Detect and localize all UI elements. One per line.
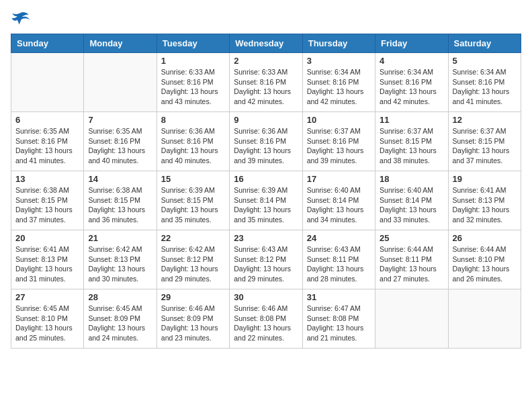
calendar-cell (375, 289, 448, 349)
day-number: 15 (161, 174, 225, 184)
calendar-cell: 17Sunrise: 6:40 AM Sunset: 8:14 PM Dayli… (302, 171, 375, 230)
day-number: 22 (161, 233, 225, 243)
calendar-cell: 6Sunrise: 6:35 AM Sunset: 8:16 PM Daylig… (11, 112, 84, 171)
day-number: 25 (380, 233, 443, 243)
day-info: Sunrise: 6:42 AM Sunset: 8:12 PM Dayligh… (161, 244, 225, 284)
logo (11, 11, 32, 27)
calendar-cell: 16Sunrise: 6:39 AM Sunset: 8:14 PM Dayli… (230, 171, 302, 230)
calendar-cell: 9Sunrise: 6:36 AM Sunset: 8:16 PM Daylig… (230, 112, 302, 171)
day-info: Sunrise: 6:41 AM Sunset: 8:13 PM Dayligh… (15, 244, 79, 284)
day-info: Sunrise: 6:38 AM Sunset: 8:15 PM Dayligh… (15, 185, 79, 225)
calendar-cell (11, 53, 84, 112)
day-info: Sunrise: 6:47 AM Sunset: 8:08 PM Dayligh… (307, 304, 371, 343)
day-info: Sunrise: 6:35 AM Sunset: 8:16 PM Dayligh… (15, 126, 79, 166)
day-number: 28 (88, 292, 152, 302)
calendar-cell: 20Sunrise: 6:41 AM Sunset: 8:13 PM Dayli… (11, 230, 84, 289)
calendar-week-row: 6Sunrise: 6:35 AM Sunset: 8:16 PM Daylig… (11, 112, 521, 171)
day-number: 31 (307, 292, 371, 302)
day-info: Sunrise: 6:46 AM Sunset: 8:08 PM Dayligh… (234, 304, 298, 343)
day-number: 17 (307, 174, 371, 184)
day-info: Sunrise: 6:44 AM Sunset: 8:11 PM Dayligh… (380, 244, 443, 284)
day-number: 14 (88, 174, 152, 184)
day-info: Sunrise: 6:34 AM Sunset: 8:16 PM Dayligh… (453, 67, 517, 107)
day-info: Sunrise: 6:43 AM Sunset: 8:12 PM Dayligh… (234, 244, 298, 284)
calendar-cell (84, 53, 157, 112)
calendar-cell: 4Sunrise: 6:34 AM Sunset: 8:16 PM Daylig… (375, 53, 448, 112)
day-info: Sunrise: 6:34 AM Sunset: 8:16 PM Dayligh… (380, 67, 443, 107)
calendar-week-row: 13Sunrise: 6:38 AM Sunset: 8:15 PM Dayli… (11, 171, 521, 230)
day-number: 24 (307, 233, 371, 243)
day-number: 19 (453, 174, 517, 184)
calendar-header-row: SundayMondayTuesdayWednesdayThursdayFrid… (11, 34, 521, 53)
calendar-cell: 11Sunrise: 6:37 AM Sunset: 8:15 PM Dayli… (375, 112, 448, 171)
calendar-cell: 14Sunrise: 6:38 AM Sunset: 8:15 PM Dayli… (84, 171, 157, 230)
calendar-cell: 22Sunrise: 6:42 AM Sunset: 8:12 PM Dayli… (157, 230, 229, 289)
day-number: 8 (161, 115, 225, 125)
calendar-cell: 8Sunrise: 6:36 AM Sunset: 8:16 PM Daylig… (157, 112, 229, 171)
day-info: Sunrise: 6:36 AM Sunset: 8:16 PM Dayligh… (161, 126, 225, 166)
day-number: 20 (15, 233, 79, 243)
day-info: Sunrise: 6:45 AM Sunset: 8:10 PM Dayligh… (15, 304, 79, 343)
day-number: 27 (15, 292, 79, 302)
day-info: Sunrise: 6:43 AM Sunset: 8:11 PM Dayligh… (307, 244, 371, 284)
day-number: 4 (380, 56, 443, 66)
calendar-table: SundayMondayTuesdayWednesdayThursdayFrid… (11, 34, 521, 349)
calendar-cell: 24Sunrise: 6:43 AM Sunset: 8:11 PM Dayli… (302, 230, 375, 289)
calendar-cell: 1Sunrise: 6:33 AM Sunset: 8:16 PM Daylig… (157, 53, 229, 112)
day-number: 21 (88, 233, 152, 243)
calendar-cell: 19Sunrise: 6:41 AM Sunset: 8:13 PM Dayli… (448, 171, 521, 230)
day-of-week-header: Friday (375, 34, 448, 53)
page-header (11, 11, 521, 27)
day-info: Sunrise: 6:40 AM Sunset: 8:14 PM Dayligh… (307, 185, 371, 225)
day-number: 2 (234, 56, 298, 66)
day-info: Sunrise: 6:36 AM Sunset: 8:16 PM Dayligh… (234, 126, 298, 166)
day-number: 10 (307, 115, 371, 125)
day-of-week-header: Monday (84, 34, 157, 53)
calendar-cell: 13Sunrise: 6:38 AM Sunset: 8:15 PM Dayli… (11, 171, 84, 230)
day-number: 3 (307, 56, 371, 66)
day-info: Sunrise: 6:46 AM Sunset: 8:09 PM Dayligh… (161, 304, 225, 343)
day-number: 7 (88, 115, 152, 125)
day-info: Sunrise: 6:34 AM Sunset: 8:16 PM Dayligh… (307, 67, 371, 107)
day-of-week-header: Wednesday (230, 34, 302, 53)
calendar-cell: 28Sunrise: 6:45 AM Sunset: 8:09 PM Dayli… (84, 289, 157, 349)
day-of-week-header: Tuesday (157, 34, 229, 53)
day-info: Sunrise: 6:39 AM Sunset: 8:14 PM Dayligh… (234, 185, 298, 225)
day-number: 9 (234, 115, 298, 125)
calendar-cell: 31Sunrise: 6:47 AM Sunset: 8:08 PM Dayli… (302, 289, 375, 349)
day-number: 30 (234, 292, 298, 302)
calendar-cell: 21Sunrise: 6:42 AM Sunset: 8:13 PM Dayli… (84, 230, 157, 289)
calendar-week-row: 1Sunrise: 6:33 AM Sunset: 8:16 PM Daylig… (11, 53, 521, 112)
day-info: Sunrise: 6:37 AM Sunset: 8:16 PM Dayligh… (307, 126, 371, 166)
day-number: 16 (234, 174, 298, 184)
calendar-cell: 18Sunrise: 6:40 AM Sunset: 8:14 PM Dayli… (375, 171, 448, 230)
day-info: Sunrise: 6:38 AM Sunset: 8:15 PM Dayligh… (88, 185, 152, 225)
calendar-week-row: 20Sunrise: 6:41 AM Sunset: 8:13 PM Dayli… (11, 230, 521, 289)
day-number: 11 (380, 115, 443, 125)
day-info: Sunrise: 6:41 AM Sunset: 8:13 PM Dayligh… (453, 185, 517, 225)
calendar-cell: 7Sunrise: 6:35 AM Sunset: 8:16 PM Daylig… (84, 112, 157, 171)
day-info: Sunrise: 6:33 AM Sunset: 8:16 PM Dayligh… (161, 67, 225, 107)
day-number: 5 (453, 56, 517, 66)
logo-bird-icon (11, 11, 30, 27)
day-info: Sunrise: 6:35 AM Sunset: 8:16 PM Dayligh… (88, 126, 152, 166)
calendar-cell: 10Sunrise: 6:37 AM Sunset: 8:16 PM Dayli… (302, 112, 375, 171)
day-of-week-header: Saturday (448, 34, 521, 53)
day-number: 12 (453, 115, 517, 125)
day-info: Sunrise: 6:39 AM Sunset: 8:15 PM Dayligh… (161, 185, 225, 225)
day-info: Sunrise: 6:44 AM Sunset: 8:10 PM Dayligh… (453, 244, 517, 284)
day-number: 23 (234, 233, 298, 243)
calendar-cell: 12Sunrise: 6:37 AM Sunset: 8:15 PM Dayli… (448, 112, 521, 171)
calendar-cell: 5Sunrise: 6:34 AM Sunset: 8:16 PM Daylig… (448, 53, 521, 112)
day-info: Sunrise: 6:45 AM Sunset: 8:09 PM Dayligh… (88, 304, 152, 343)
day-number: 13 (15, 174, 79, 184)
day-info: Sunrise: 6:40 AM Sunset: 8:14 PM Dayligh… (380, 185, 443, 225)
calendar-week-row: 27Sunrise: 6:45 AM Sunset: 8:10 PM Dayli… (11, 289, 521, 349)
calendar-cell: 29Sunrise: 6:46 AM Sunset: 8:09 PM Dayli… (157, 289, 229, 349)
calendar-cell: 25Sunrise: 6:44 AM Sunset: 8:11 PM Dayli… (375, 230, 448, 289)
day-number: 18 (380, 174, 443, 184)
calendar-cell: 15Sunrise: 6:39 AM Sunset: 8:15 PM Dayli… (157, 171, 229, 230)
calendar-cell (448, 289, 521, 349)
day-info: Sunrise: 6:33 AM Sunset: 8:16 PM Dayligh… (234, 67, 298, 107)
calendar-cell: 2Sunrise: 6:33 AM Sunset: 8:16 PM Daylig… (230, 53, 302, 112)
